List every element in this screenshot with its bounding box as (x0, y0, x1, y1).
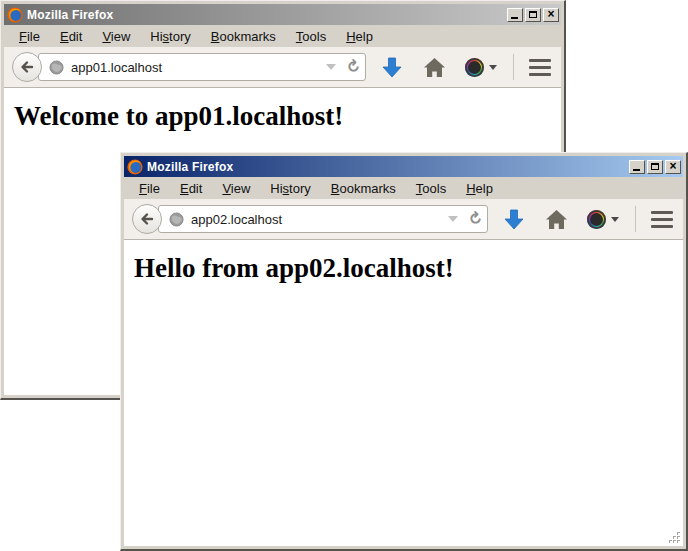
back-arrow-icon (19, 59, 35, 75)
desktop: Mozilla Firefox × File Edit View History… (0, 0, 688, 551)
menu-bookmarks[interactable]: Bookmarks (322, 179, 405, 198)
maximize-icon (529, 11, 537, 18)
window-title: Mozilla Firefox (147, 160, 625, 174)
url-bar[interactable]: app02.localhost ↻ (158, 205, 488, 233)
chevron-down-icon[interactable] (489, 65, 497, 70)
download-arrow-icon (504, 209, 524, 230)
minimize-button[interactable] (629, 160, 645, 174)
close-button[interactable]: × (665, 160, 681, 174)
url-history-dropdown-icon[interactable] (448, 216, 458, 222)
home-button[interactable] (424, 58, 445, 77)
chevron-down-icon[interactable] (611, 217, 619, 222)
close-icon: × (547, 8, 554, 20)
url-text[interactable]: app01.localhost (71, 60, 326, 75)
open-menu-button[interactable] (651, 211, 673, 228)
url-text[interactable]: app02.localhost (191, 212, 448, 227)
minimize-icon (633, 169, 640, 171)
minimize-icon (511, 17, 518, 19)
navigation-toolbar: app02.localhost ↻ (124, 199, 683, 240)
reload-icon[interactable]: ↻ (464, 209, 485, 230)
download-arrow-icon (382, 57, 402, 78)
home-icon (424, 58, 445, 77)
maximize-button[interactable] (525, 8, 541, 22)
hamburger-icon (529, 59, 551, 62)
toolbar-separator (513, 54, 514, 80)
back-button[interactable] (132, 204, 162, 234)
window-title: Mozilla Firefox (27, 8, 503, 22)
download-button[interactable] (504, 209, 524, 230)
menu-view[interactable]: View (93, 27, 139, 46)
url-history-dropdown-icon[interactable] (326, 64, 336, 70)
menu-edit[interactable]: Edit (51, 27, 91, 46)
close-icon: × (669, 160, 676, 172)
maximize-button[interactable] (647, 160, 663, 174)
menu-help[interactable]: Help (457, 179, 502, 198)
maximize-icon (651, 163, 659, 170)
hamburger-icon (651, 211, 673, 214)
menu-history[interactable]: History (141, 27, 199, 46)
menu-tools[interactable]: Tools (407, 179, 455, 198)
titlebar[interactable]: Mozilla Firefox × (4, 4, 561, 25)
url-bar[interactable]: app01.localhost ↻ (38, 53, 366, 81)
extension-button[interactable] (587, 210, 619, 229)
menu-file[interactable]: File (130, 179, 169, 198)
menu-bar: File Edit View History Bookmarks Tools H… (124, 177, 683, 199)
reload-icon[interactable]: ↻ (342, 57, 363, 78)
menu-bookmarks[interactable]: Bookmarks (202, 27, 285, 46)
minimize-button[interactable] (507, 8, 523, 22)
colorwheel-extension-icon (465, 58, 484, 77)
firefox-logo-icon (127, 159, 143, 175)
toolbar-separator (635, 206, 636, 232)
open-menu-button[interactable] (529, 59, 551, 76)
page-heading: Hello from app02.localhost! (134, 253, 683, 284)
home-button[interactable] (546, 210, 567, 229)
page-content-app02: Hello from app02.localhost! (124, 240, 683, 546)
navigation-toolbar: app01.localhost ↻ (4, 47, 561, 88)
extension-button[interactable] (465, 58, 497, 77)
site-identity-globe-icon (49, 60, 64, 75)
menu-view[interactable]: View (213, 179, 259, 198)
back-button[interactable] (12, 52, 42, 82)
download-button[interactable] (382, 57, 402, 78)
home-icon (546, 210, 567, 229)
menu-history[interactable]: History (261, 179, 319, 198)
colorwheel-extension-icon (587, 210, 606, 229)
close-button[interactable]: × (543, 8, 559, 22)
menu-tools[interactable]: Tools (287, 27, 335, 46)
menu-edit[interactable]: Edit (171, 179, 211, 198)
menu-file[interactable]: File (10, 27, 49, 46)
menu-help[interactable]: Help (337, 27, 382, 46)
page-heading: Welcome to app01.localhost! (14, 101, 561, 132)
firefox-logo-icon (7, 7, 23, 23)
back-arrow-icon (139, 211, 155, 227)
resize-grip[interactable] (668, 531, 681, 544)
site-identity-globe-icon (169, 212, 184, 227)
browser-window-app02: Mozilla Firefox × File Edit View History… (120, 152, 688, 551)
menu-bar: File Edit View History Bookmarks Tools H… (4, 25, 561, 47)
titlebar[interactable]: Mozilla Firefox × (124, 156, 683, 177)
